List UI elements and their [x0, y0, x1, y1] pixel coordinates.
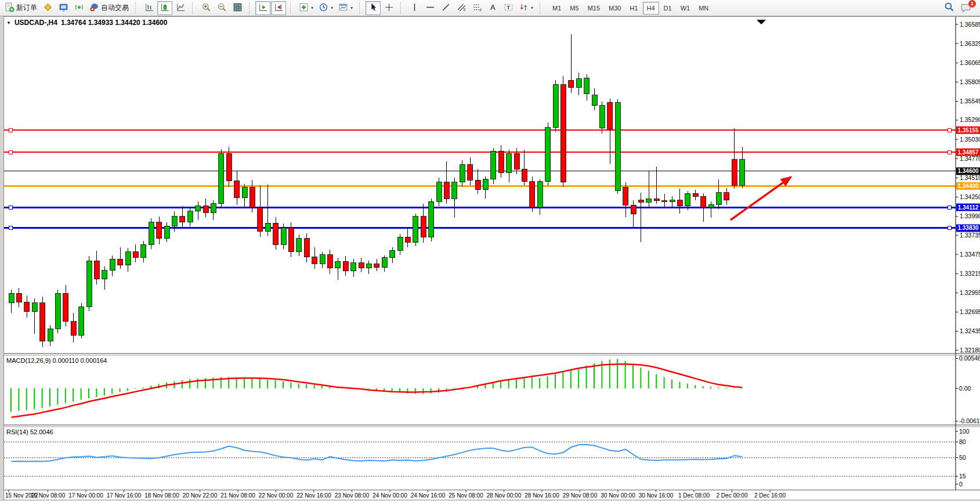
timeframe-button-mn[interactable]: MN: [695, 2, 713, 15]
arrow-tools-icon: [519, 2, 529, 14]
toolbar-separator: [290, 2, 294, 14]
level-handle[interactable]: [9, 226, 12, 230]
autotrading-label: 自动交易: [101, 3, 129, 13]
price-tick-label: 1.32955: [960, 289, 980, 296]
candle-body: [24, 302, 30, 312]
horizontal-line-button[interactable]: [422, 1, 437, 15]
autotrading-button[interactable]: 自动交易: [87, 1, 131, 15]
text-button[interactable]: A: [485, 1, 500, 15]
chart-canvas[interactable]: 1.365851.363251.360651.358051.355451.352…: [4, 17, 980, 501]
candle-body: [102, 271, 107, 279]
time-axis-label: 30 Nov 16:00: [639, 492, 674, 499]
candle-body: [740, 160, 745, 186]
timeframe-button-m1[interactable]: M1: [548, 2, 565, 15]
time-axis: 15 Nov 202216 Nov 08:0017 Nov 00:0017 No…: [4, 490, 980, 501]
zoom-out-button[interactable]: [214, 1, 229, 15]
price-tick-label: 1.34510: [960, 174, 980, 181]
auto-scroll-button[interactable]: [255, 1, 270, 15]
candle-body: [374, 264, 379, 267]
time-axis-label: 30 Nov 00:00: [601, 492, 635, 499]
price-level-badge-text: 1.34112: [958, 204, 979, 211]
candle-body: [654, 199, 659, 201]
price-tick-label: 1.36585: [960, 21, 980, 28]
rsi-axis-label: 50: [959, 454, 966, 461]
arrow-tools-button[interactable]: ▾: [516, 1, 536, 15]
chart-shift-marker: [757, 20, 766, 24]
time-axis-label: 21 Nov 08:00: [220, 492, 255, 499]
candle-body: [86, 261, 92, 307]
chart-shift-button[interactable]: [271, 1, 286, 15]
level-handle[interactable]: [948, 150, 951, 154]
periods-button[interactable]: ▾: [316, 1, 335, 15]
candle-body: [133, 252, 138, 258]
price-tick-label: 1.35290: [960, 116, 980, 123]
candle-body: [343, 261, 348, 271]
new-order-button[interactable]: 新订单: [2, 1, 39, 15]
trendline-button[interactable]: [438, 1, 453, 15]
candle-body: [460, 164, 465, 182]
market-watch-button[interactable]: [56, 1, 71, 15]
fibonacci-button[interactable]: F: [469, 1, 484, 15]
candle-body: [468, 164, 473, 180]
timeframe-button-m15[interactable]: M15: [584, 2, 604, 15]
tile-windows-icon: [233, 2, 243, 14]
timeframe-button-d1[interactable]: D1: [660, 2, 676, 15]
timeframe-button-h4[interactable]: H4: [643, 2, 659, 15]
rsi-label: RSI(14) 52.0046: [6, 428, 53, 435]
fibonacci-icon: F: [472, 2, 482, 14]
candlestick-button[interactable]: [157, 1, 172, 15]
level-handle[interactable]: [9, 150, 12, 154]
vertical-line-button[interactable]: [407, 1, 422, 15]
price-tick-label: 1.35805: [960, 78, 980, 85]
metaeditor-button[interactable]: [40, 1, 55, 15]
chart-window[interactable]: 1.365851.363251.360651.358051.355451.352…: [3, 16, 980, 501]
time-axis-label: 29 Nov 08:00: [563, 492, 598, 499]
level-handle[interactable]: [948, 206, 951, 209]
candle-body: [149, 222, 154, 244]
bar-chart-button[interactable]: [142, 1, 157, 15]
search-icon[interactable]: [944, 2, 954, 15]
price-level-badge-text: 1.34857: [957, 149, 979, 156]
svg-text:T: T: [507, 4, 510, 10]
line-chart-button[interactable]: [173, 1, 188, 15]
candle-body: [405, 237, 410, 242]
timeframe-button-h1[interactable]: H1: [625, 2, 642, 15]
equidistant-channel-button[interactable]: E: [454, 1, 469, 15]
candle-body: [444, 182, 449, 199]
timeframe-button-m5[interactable]: M5: [566, 2, 583, 15]
add-indicator-button[interactable]: ▾: [296, 1, 316, 15]
svg-text:E: E: [463, 8, 465, 12]
text-label-icon: T: [504, 2, 513, 14]
level-handle[interactable]: [9, 206, 12, 209]
notifications-button[interactable]: 1: [960, 3, 972, 13]
vertical-line-icon: [410, 2, 420, 14]
level-handle[interactable]: [9, 128, 12, 132]
cursor-button[interactable]: [366, 1, 381, 15]
templates-button[interactable]: ▾: [336, 1, 355, 15]
crosshair-button[interactable]: [381, 1, 396, 15]
price-level-badge-text: 1.34600: [957, 168, 979, 174]
timeframe-button-m30[interactable]: M30: [605, 2, 625, 15]
zoom-in-button[interactable]: [198, 1, 214, 15]
price-tick-label: 1.33735: [960, 232, 980, 239]
candle-body: [615, 102, 620, 190]
candle-body: [172, 217, 177, 226]
chart-title: ▼ USDCAD-,H4 1.34764 1.34933 1.34420 1.3…: [6, 19, 167, 27]
candle-body: [732, 160, 737, 186]
collapse-caret-icon[interactable]: ▼: [6, 20, 11, 26]
macd-axis-label: -0.006124: [959, 417, 980, 424]
tile-windows-button[interactable]: [230, 1, 245, 15]
candle-body: [421, 217, 426, 237]
candle-body: [242, 188, 247, 198]
price-level-badge-text: 1.34400: [957, 183, 979, 189]
timeframe-button-w1[interactable]: W1: [677, 2, 695, 15]
price-tick-label: 1.32695: [960, 308, 980, 315]
candle-body: [187, 211, 193, 222]
level-handle[interactable]: [948, 128, 951, 132]
rsi-axis-label: 0: [959, 481, 963, 488]
candle-body: [273, 223, 279, 244]
signals-button[interactable]: [71, 1, 86, 15]
macd-label: MACD(12,26,9) 0.000110 0.000164: [6, 357, 107, 364]
level-handle[interactable]: [948, 226, 951, 230]
text-label-button[interactable]: T: [501, 1, 516, 15]
